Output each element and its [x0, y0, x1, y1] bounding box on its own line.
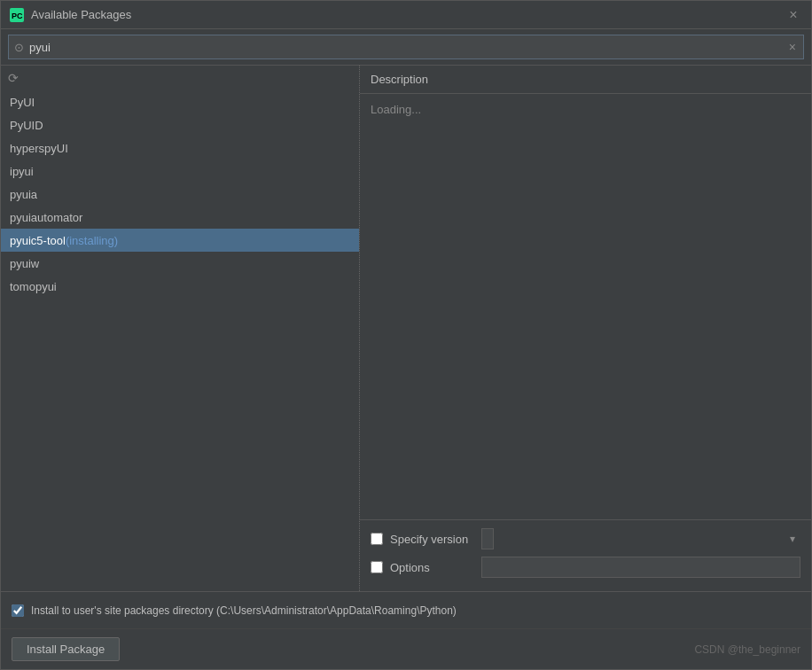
package-item[interactable]: PyUI — [1, 90, 359, 113]
close-button[interactable]: × — [785, 6, 802, 24]
specify-version-label: Specify version — [390, 533, 474, 546]
package-name: PyUID — [10, 119, 43, 132]
refresh-icon[interactable]: ⟳ — [8, 71, 19, 85]
options-checkbox[interactable] — [371, 561, 383, 573]
options-text-input[interactable] — [481, 557, 800, 578]
package-name: pyuiw — [10, 257, 39, 270]
package-item[interactable]: ipyui — [1, 160, 359, 183]
left-panel: ⟳ PyUIPyUIDhyperspyUIipyuipyuiapyuiautom… — [1, 66, 360, 591]
package-item[interactable]: pyuiw — [1, 252, 359, 275]
package-item[interactable]: PyUID — [1, 113, 359, 136]
package-item[interactable]: hyperspyUI — [1, 136, 359, 160]
package-name: pyuiautomator — [10, 211, 82, 224]
content-area: ⟳ PyUIPyUIDhyperspyUIipyuipyuiapyuiautom… — [1, 65, 811, 591]
title-bar: PC Available Packages × — [1, 1, 811, 29]
svg-text:PC: PC — [12, 12, 23, 20]
pycharm-icon: PC — [10, 8, 24, 22]
install-bar: Install Package CSDN @the_beginner — [1, 628, 811, 669]
search-input[interactable] — [29, 41, 787, 54]
version-select[interactable] — [481, 528, 494, 549]
search-clear-button[interactable]: × — [787, 40, 798, 54]
package-list: PyUIPyUIDhyperspyUIipyuipyuiapyuiautomat… — [1, 90, 359, 591]
description-label: Description — [371, 73, 428, 86]
package-name: ipyui — [10, 165, 34, 178]
available-packages-dialog: PC Available Packages × ⊙ × ⟳ PyUIPyUIDh… — [0, 0, 812, 670]
right-panel: Description Loading... Specify version — [360, 66, 811, 591]
install-to-user-label: Install to user's site packages director… — [31, 604, 800, 617]
description-header: Description — [360, 66, 811, 94]
description-content: Loading... — [360, 94, 811, 519]
toolbar-row: ⟳ — [1, 66, 359, 90]
dialog-title: Available Packages — [31, 8, 785, 21]
package-name: pyuic5-tool — [10, 234, 66, 247]
install-package-button[interactable]: Install Package — [12, 637, 120, 661]
package-name: hyperspyUI — [10, 142, 68, 155]
search-icon: ⊙ — [14, 41, 24, 54]
bottom-bar: Install to user's site packages director… — [1, 591, 811, 628]
package-name: PyUI — [10, 96, 35, 109]
description-text: Loading... — [371, 103, 421, 116]
package-status: (installing) — [66, 234, 118, 247]
install-to-user-checkbox[interactable] — [12, 604, 24, 617]
version-options-area: Specify version Options — [360, 519, 811, 591]
package-item[interactable]: pyuiautomator — [1, 206, 359, 229]
version-select-wrapper — [481, 528, 800, 549]
options-label: Options — [390, 561, 474, 574]
specify-version-checkbox[interactable] — [371, 533, 383, 545]
search-bar: ⊙ × — [8, 35, 804, 59]
package-item[interactable]: pyuia — [1, 183, 359, 206]
watermark-text: CSDN @the_beginner — [694, 643, 800, 656]
package-name: tomopyui — [10, 280, 57, 293]
package-item[interactable]: pyuic5-tool(installing) — [1, 229, 359, 252]
package-name: pyuia — [10, 188, 37, 201]
options-row: Options — [371, 556, 800, 579]
specify-version-row: Specify version — [371, 527, 800, 550]
package-item[interactable]: tomopyui — [1, 275, 359, 298]
